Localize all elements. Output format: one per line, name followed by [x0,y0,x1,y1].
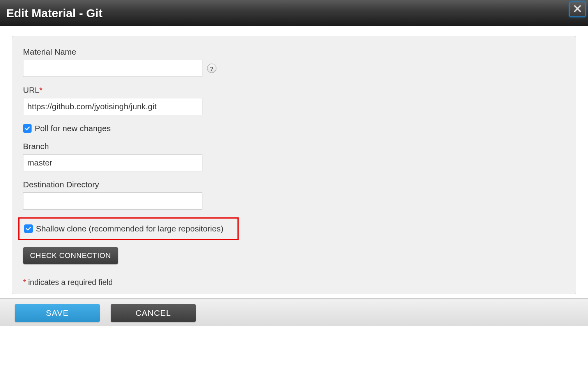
destination-input[interactable] [23,192,202,210]
destination-field: Destination Directory [23,180,565,210]
poll-field: Poll for new changes [23,124,565,133]
check-icon [25,124,30,133]
required-star: * [23,278,26,286]
close-button[interactable] [569,2,586,17]
destination-label: Destination Directory [23,180,565,189]
check-connection-row: CHECK CONNECTION [23,247,565,264]
save-button[interactable]: SAVE [15,304,100,322]
material-name-input[interactable] [23,60,202,77]
url-label: URL* [23,85,565,95]
url-label-text: URL [23,85,39,94]
shallow-clone-label: Shallow clone (recommended for large rep… [36,224,223,233]
material-name-field: Material Name ? [23,47,565,77]
poll-label: Poll for new changes [35,124,111,133]
close-icon [574,5,581,14]
material-name-label: Material Name [23,47,565,57]
form-body: Material Name ? URL* Poll for new change… [0,26,588,298]
branch-field: Branch [23,142,565,171]
check-connection-button[interactable]: CHECK CONNECTION [23,247,118,264]
form-panel: Material Name ? URL* Poll for new change… [12,36,576,294]
help-icon[interactable]: ? [207,64,216,73]
poll-checkbox[interactable] [23,124,32,133]
branch-label: Branch [23,142,565,151]
cancel-button[interactable]: CANCEL [111,304,196,322]
required-note: * indicates a required field [23,278,565,287]
shallow-clone-checkbox[interactable] [24,224,33,233]
check-icon [26,224,31,233]
shallow-clone-highlight: Shallow clone (recommended for large rep… [18,217,239,240]
url-field: URL* [23,85,565,115]
modal-title: Edit Material - Git [6,7,103,20]
branch-input[interactable] [23,154,202,171]
modal-header: Edit Material - Git [0,0,588,26]
required-note-text: indicates a required field [26,278,113,286]
separator [23,273,565,273]
required-star: * [39,86,43,94]
url-input[interactable] [23,98,202,115]
footer: SAVE CANCEL [0,298,588,326]
